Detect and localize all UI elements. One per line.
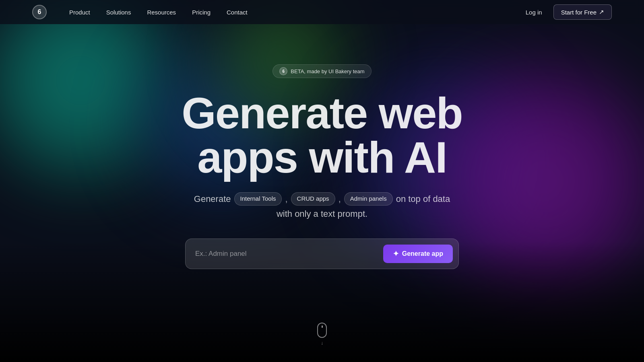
tag-crud-apps: CRUD apps <box>291 192 335 206</box>
sparkle-icon: ✦ <box>393 249 399 258</box>
mouse-icon <box>317 323 327 338</box>
nav-link-resources[interactable]: Resources <box>140 6 182 19</box>
subtitle-prefix: Generate <box>194 192 231 206</box>
nav-link-solutions[interactable]: Solutions <box>100 6 138 19</box>
beta-badge: 6 BETA, made by UI Bakery team <box>272 64 371 78</box>
prompt-input-area: ✦ Generate app <box>185 239 459 269</box>
navbar: 6 Product Solutions Resources Pricing Co… <box>0 0 644 24</box>
hero-subtitle: Generate Internal Tools , CRUD apps , Ad… <box>194 192 450 206</box>
hero-title-line2: apps with AI <box>197 132 447 182</box>
comma-1: , <box>285 192 287 206</box>
hero-title: Generate web apps with AI <box>182 91 462 179</box>
comma-2: , <box>339 192 341 206</box>
hero-title-line1: Generate web <box>182 88 462 138</box>
start-for-free-button[interactable]: Start for Free ↗ <box>553 4 612 20</box>
logo[interactable]: 6 <box>32 5 47 19</box>
tag-admin-panels: Admin panels <box>344 192 393 206</box>
badge-label: BETA, made by UI Bakery team <box>291 68 364 74</box>
scroll-indicator: ↓ <box>317 323 327 346</box>
arrow-icon: ↗ <box>599 8 604 16</box>
nav-link-product[interactable]: Product <box>63 6 97 19</box>
generate-app-button[interactable]: ✦ Generate app <box>383 245 453 263</box>
subtitle-suffix: on top of data <box>396 192 450 206</box>
mouse-wheel <box>322 325 323 328</box>
nav-link-contact[interactable]: Contact <box>220 6 254 19</box>
prompt-input[interactable] <box>195 250 378 258</box>
badge-logo-icon: 6 <box>279 67 287 75</box>
generate-label: Generate app <box>402 250 443 257</box>
nav-link-pricing[interactable]: Pricing <box>186 6 217 19</box>
logo-icon: 6 <box>32 5 47 19</box>
nav-links: Product Solutions Resources Pricing Cont… <box>63 6 519 19</box>
hero-section: 6 BETA, made by UI Bakery team Generate … <box>0 24 644 269</box>
hero-subtitle-line2: with only a text prompt. <box>277 209 367 219</box>
scroll-arrow-icon: ↓ <box>321 340 323 346</box>
login-button[interactable]: Log in <box>519 6 549 19</box>
tag-internal-tools: Internal Tools <box>234 192 282 206</box>
nav-right: Log in Start for Free ↗ <box>519 4 612 20</box>
